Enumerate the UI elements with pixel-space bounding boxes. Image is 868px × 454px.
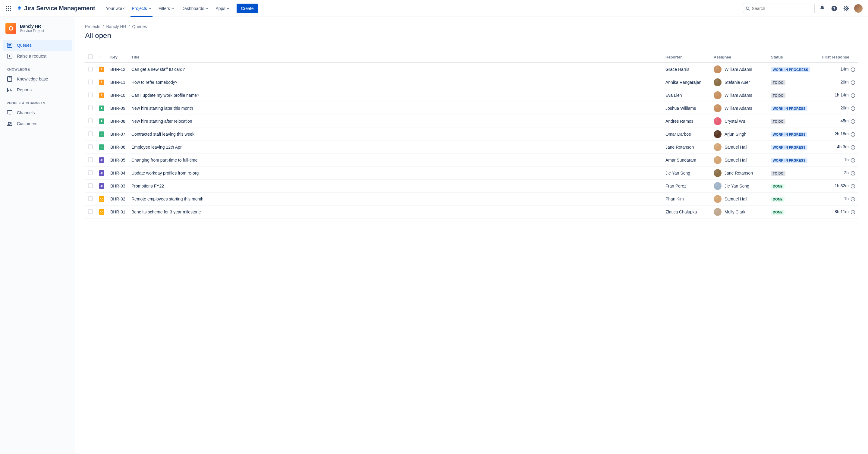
sidebar-item-knowledge-base[interactable]: Knowledge base xyxy=(3,73,72,84)
table-row[interactable]: BHR-02Remote employees starting this mon… xyxy=(85,193,858,206)
row-checkbox[interactable] xyxy=(88,119,93,123)
issue-assignee[interactable]: William Adams xyxy=(714,104,765,112)
issue-key[interactable]: BHR-09 xyxy=(107,102,128,115)
issue-title[interactable]: Contracted staff leaving this week xyxy=(128,128,662,141)
sidebar-item-channels[interactable]: Channels xyxy=(3,107,72,118)
table-row[interactable]: ?BHR-11How to refer somebody?Annika Rang… xyxy=(85,76,858,89)
breadcrumb-project[interactable]: Bancly HR xyxy=(106,24,126,29)
col-first-response[interactable]: First response xyxy=(819,52,858,63)
row-checkbox[interactable] xyxy=(88,209,93,214)
table-row[interactable]: ?BHR-10Can I update my work profile name… xyxy=(85,89,858,102)
notifications-icon[interactable] xyxy=(817,4,827,13)
row-checkbox[interactable] xyxy=(88,67,93,71)
sidebar-item-raise-request[interactable]: Raise a request xyxy=(3,51,72,61)
row-checkbox[interactable] xyxy=(88,196,93,201)
breadcrumb-projects[interactable]: Projects xyxy=(85,24,100,29)
status-badge[interactable]: TO DO xyxy=(771,171,785,176)
status-badge[interactable]: TO DO xyxy=(771,119,785,124)
issue-assignee[interactable]: Samuel Hall xyxy=(714,143,765,151)
issue-assignee[interactable]: Samuel Hall xyxy=(714,195,765,203)
nav-projects[interactable]: Projects xyxy=(128,0,155,17)
project-header[interactable]: Bancly HR Service Project xyxy=(3,23,72,40)
issue-title[interactable]: Can get a new staff ID card? xyxy=(128,63,662,76)
table-row[interactable]: BHR-04Update workday profiles from re-or… xyxy=(85,167,858,180)
table-row[interactable]: BHR-03Promotions FY22Fran PerezJie Yan S… xyxy=(85,180,858,193)
col-status[interactable]: Status xyxy=(768,52,819,63)
issue-assignee[interactable]: Crystal Wu xyxy=(714,117,765,125)
sidebar-item-customers[interactable]: Customers xyxy=(3,118,72,129)
issue-key[interactable]: BHR-03 xyxy=(107,180,128,193)
help-icon[interactable]: ? xyxy=(830,4,839,13)
select-all-checkbox[interactable] xyxy=(88,54,93,59)
row-checkbox[interactable] xyxy=(88,183,93,188)
app-switcher-icon[interactable] xyxy=(5,5,12,12)
profile-avatar[interactable] xyxy=(854,4,863,13)
issue-assignee[interactable]: Jie Yan Song xyxy=(714,182,765,190)
nav-your-work[interactable]: Your work xyxy=(102,0,128,17)
issue-assignee[interactable]: Arjun Singh xyxy=(714,130,765,138)
sidebar-item-reports[interactable]: Reports xyxy=(3,84,72,95)
issue-key[interactable]: BHR-12 xyxy=(107,63,128,76)
row-checkbox[interactable] xyxy=(88,93,93,97)
issue-title[interactable]: How to refer somebody? xyxy=(128,76,662,89)
table-row[interactable]: BHR-05Changing from part-time to full-ti… xyxy=(85,154,858,167)
row-checkbox[interactable] xyxy=(88,170,93,175)
search-input[interactable] xyxy=(743,4,815,13)
status-badge[interactable]: WORK IN PRGRESS xyxy=(771,158,807,163)
table-row[interactable]: BHR-01Benefits scheme for 3 year milesto… xyxy=(85,206,858,218)
status-badge[interactable]: TO DO xyxy=(771,93,785,98)
status-badge[interactable]: TO DO xyxy=(771,80,785,85)
issue-title[interactable]: Employee leaving 12th April xyxy=(128,141,662,154)
issue-key[interactable]: BHR-07 xyxy=(107,128,128,141)
issue-key[interactable]: BHR-02 xyxy=(107,193,128,206)
issue-title[interactable]: New hire starting later this month xyxy=(128,102,662,115)
status-badge[interactable]: WORK IN PRGRESS xyxy=(771,106,807,111)
row-checkbox[interactable] xyxy=(88,157,93,162)
nav-filters[interactable]: Filters xyxy=(155,0,178,17)
issue-title[interactable]: Update workday profiles from re-org xyxy=(128,167,662,180)
nav-apps[interactable]: Apps xyxy=(212,0,233,17)
col-assignee[interactable]: Assignee xyxy=(711,52,768,63)
table-row[interactable]: ?BHR-12Can get a new staff ID card?Grace… xyxy=(85,63,858,76)
issue-key[interactable]: BHR-08 xyxy=(107,115,128,128)
nav-dashboards[interactable]: Dashboards xyxy=(178,0,212,17)
row-checkbox[interactable] xyxy=(88,105,93,110)
issue-title[interactable]: Remote employees starting this month xyxy=(128,193,662,206)
issue-key[interactable]: BHR-01 xyxy=(107,206,128,218)
issue-key[interactable]: BHR-06 xyxy=(107,141,128,154)
status-badge[interactable]: DONE xyxy=(771,197,784,202)
col-reporter[interactable]: Reporter xyxy=(662,52,711,63)
issue-assignee[interactable]: Stefanie Auer xyxy=(714,79,765,86)
issue-assignee[interactable]: William Adams xyxy=(714,91,765,99)
table-row[interactable]: BHR-09New hire starting later this month… xyxy=(85,102,858,115)
issue-key[interactable]: BHR-10 xyxy=(107,89,128,102)
table-row[interactable]: BHR-08New hire starting after relocation… xyxy=(85,115,858,128)
issue-title[interactable]: Can I update my work profile name? xyxy=(128,89,662,102)
status-badge[interactable]: DONE xyxy=(771,210,784,215)
issue-key[interactable]: BHR-04 xyxy=(107,167,128,180)
row-checkbox[interactable] xyxy=(88,131,93,136)
table-row[interactable]: BHR-06Employee leaving 12th AprilJane Ro… xyxy=(85,141,858,154)
issue-title[interactable]: Promotions FY22 xyxy=(128,180,662,193)
status-badge[interactable]: DONE xyxy=(771,184,784,189)
status-badge[interactable]: WORK IN PRGRESS xyxy=(771,132,807,137)
create-button[interactable]: Create xyxy=(237,4,258,13)
issue-assignee[interactable]: Molly Clark xyxy=(714,208,765,216)
row-checkbox[interactable] xyxy=(88,144,93,149)
table-row[interactable]: BHR-07Contracted staff leaving this week… xyxy=(85,128,858,141)
row-checkbox[interactable] xyxy=(88,80,93,84)
issue-key[interactable]: BHR-11 xyxy=(107,76,128,89)
status-badge[interactable]: WORK IN PRGRESS xyxy=(771,145,807,150)
settings-icon[interactable] xyxy=(841,4,851,13)
breadcrumb-page[interactable]: Queues xyxy=(132,24,147,29)
col-title[interactable]: Title xyxy=(128,52,662,63)
col-type[interactable]: T xyxy=(96,52,107,63)
issue-assignee[interactable]: Jane Rotanson xyxy=(714,169,765,177)
issue-title[interactable]: Changing from part-time to full-time xyxy=(128,154,662,167)
brand[interactable]: Jira Service Management xyxy=(16,5,95,12)
issue-title[interactable]: Benefits scheme for 3 year milestone xyxy=(128,206,662,218)
issue-key[interactable]: BHR-05 xyxy=(107,154,128,167)
sidebar-item-queues[interactable]: Queues xyxy=(3,40,72,51)
issue-title[interactable]: New hire starting after relocation xyxy=(128,115,662,128)
issue-assignee[interactable]: Samuel Hall xyxy=(714,156,765,164)
